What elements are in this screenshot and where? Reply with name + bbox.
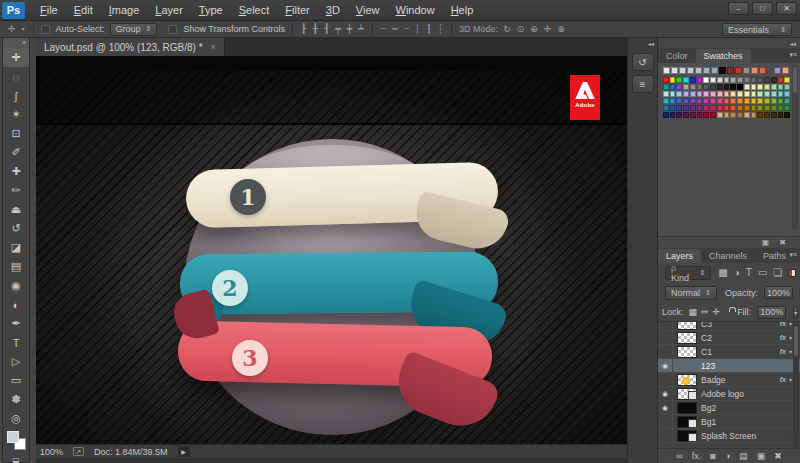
swatch[interactable] [710,84,716,90]
swatch[interactable] [663,91,669,97]
swatch[interactable] [663,84,669,90]
swatch[interactable] [771,77,777,83]
maximize-button[interactable]: □ [752,2,773,15]
swatch[interactable] [670,84,676,90]
recent-swatch[interactable] [759,67,766,74]
menu-select[interactable]: Select [231,4,278,16]
dodge-tool[interactable]: ◐ [3,295,29,314]
swatch[interactable] [703,105,709,111]
swatch[interactable] [683,84,689,90]
quick-mask-icon[interactable]: ⬓ [3,454,29,463]
layer-row[interactable]: ◉Adobe logo [658,387,800,401]
align-vertical-centers-icon[interactable]: ┿ [344,25,355,34]
menu-help[interactable]: Help [443,4,482,16]
swatch[interactable] [683,105,689,111]
tab-close-icon[interactable]: × [211,42,216,52]
marquee-tool[interactable]: ◌ [3,67,29,86]
filter-adjustment-layers-icon[interactable]: ◑ [733,267,741,278]
menu-window[interactable]: Window [388,4,443,16]
swatch[interactable] [717,84,723,90]
swatch[interactable] [744,112,750,118]
swatch[interactable] [778,91,784,97]
recent-swatch[interactable] [719,67,726,74]
fx-expand-arrow-icon[interactable]: ▾ [789,334,792,341]
filter-smart-objects-icon[interactable]: ❏ [772,267,783,278]
swatch[interactable] [724,84,730,90]
fill-value[interactable]: 100% [757,306,786,319]
swatch[interactable] [744,98,750,104]
swatch[interactable] [757,84,763,90]
swatch[interactable] [676,105,682,111]
swatch[interactable] [737,105,743,111]
swatch[interactable] [717,77,723,83]
panels-collapse-icon[interactable]: ◂◂ [658,38,800,48]
recent-swatch[interactable] [711,67,718,74]
eye-toggle[interactable] [658,373,673,386]
swatch[interactable] [778,98,784,104]
properties-panel-icon[interactable]: ≡ [632,75,654,93]
status-options-arrow-icon[interactable]: ▶ [178,446,190,457]
swatch[interactable] [730,112,736,118]
swatch[interactable] [703,98,709,104]
swatch[interactable] [784,98,790,104]
eye-toggle[interactable] [658,345,673,358]
swatch[interactable] [751,112,757,118]
layer-row[interactable]: C2fx▾ [658,331,800,345]
swatch[interactable] [710,98,716,104]
recent-swatch[interactable] [735,67,742,74]
distribute-vertical-centers-icon[interactable]: ┅ [389,25,400,34]
recent-swatch[interactable] [695,67,702,74]
swatch[interactable] [717,98,723,104]
3d-rotate-icon[interactable]: ↻ [500,25,514,34]
new-adjustment-layer-icon[interactable]: ◑ [725,452,730,461]
swatch[interactable] [730,105,736,111]
link-layers-icon[interactable]: ∞ [676,452,682,461]
layer-thumbnail[interactable] [677,416,697,428]
tab-color[interactable]: Color [658,49,696,63]
swatch[interactable] [690,84,696,90]
swatch[interactable] [751,105,757,111]
eye-toggle[interactable] [658,415,673,428]
swatch[interactable] [697,84,703,90]
layer-style-icon[interactable]: fx. [692,452,702,461]
swatch[interactable] [690,112,696,118]
recent-swatch[interactable] [774,67,781,74]
swatch[interactable] [757,91,763,97]
swatches-scrollbar[interactable] [792,65,798,230]
swatch[interactable] [744,77,750,83]
eye-toggle[interactable] [658,321,673,330]
menu-layer[interactable]: Layer [147,4,191,16]
swatch[interactable] [717,91,723,97]
new-swatch-icon[interactable]: ▣ [762,239,770,247]
brush-tool[interactable]: ✏ [3,181,29,200]
layer-row[interactable]: C1fx▾ [658,345,800,359]
swatch[interactable] [724,77,730,83]
swatch[interactable] [784,112,790,118]
lock-pixels-icon[interactable]: ✏ [699,307,711,317]
swatch[interactable] [690,105,696,111]
swatch[interactable] [697,112,703,118]
swatch[interactable] [751,77,757,83]
swatch[interactable] [724,98,730,104]
layer-row[interactable]: C3fx▾ [658,321,800,331]
shape-tool[interactable]: ▭ [3,371,29,390]
swatch[interactable] [670,77,676,83]
menu-file[interactable]: File [32,4,66,16]
eye-toggle[interactable] [658,429,673,442]
swatch[interactable] [778,77,784,83]
add-layer-mask-icon[interactable]: ◙ [710,452,715,461]
swatch[interactable] [676,112,682,118]
swatch[interactable] [697,91,703,97]
3d-roll-icon[interactable]: ⊙ [514,25,528,34]
menu-image[interactable]: Image [101,4,148,16]
hand-tool[interactable]: ✽ [3,390,29,409]
swatch[interactable] [670,105,676,111]
eye-toggle[interactable] [658,331,673,344]
blur-tool[interactable]: ◉ [3,276,29,295]
gradient-tool[interactable]: ▤ [3,257,29,276]
swatch[interactable] [730,77,736,83]
foreground-color-swatch[interactable] [7,431,19,443]
menu-filter[interactable]: Filter [277,4,317,16]
swatch[interactable] [676,98,682,104]
swatch[interactable] [703,112,709,118]
